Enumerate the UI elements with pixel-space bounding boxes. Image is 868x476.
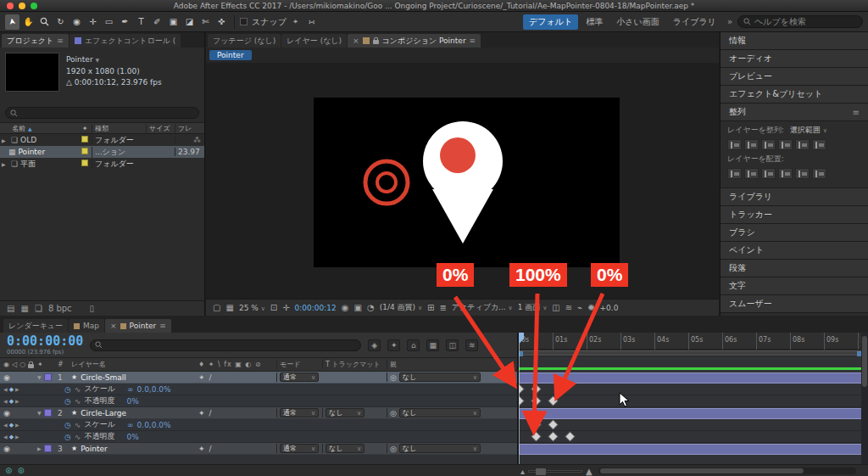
tab-footage[interactable]: フッテージ (なし) xyxy=(208,34,281,48)
panel-smoother[interactable]: スムーザー xyxy=(721,295,868,313)
new-folder-icon[interactable]: ▦ xyxy=(20,304,28,313)
zoom-out-icon[interactable]: ▴ xyxy=(520,467,525,476)
align-target-select[interactable]: 選択範囲 ∨ xyxy=(790,126,827,134)
pickwhip-icon[interactable]: ◎ xyxy=(390,445,397,453)
panel-menu-icon[interactable]: ≡ xyxy=(853,108,860,117)
viewer-timecode[interactable]: 0:00:00:12 xyxy=(295,304,337,312)
panel-paragraph[interactable]: 段落 xyxy=(721,260,868,277)
show-snapshot-icon[interactable]: ▣ xyxy=(353,303,361,312)
keyframe[interactable] xyxy=(566,433,575,441)
stopwatch-icon[interactable]: ◷ xyxy=(64,433,71,441)
monitor-icon[interactable]: ▢ xyxy=(213,303,220,312)
distribute-h-center-icon[interactable] xyxy=(795,168,810,179)
workspace-overflow-icon[interactable]: » xyxy=(724,17,736,26)
distribute-v-center-icon[interactable] xyxy=(744,168,759,179)
panel-library[interactable]: ライブラリ xyxy=(721,188,868,206)
lock-icon[interactable] xyxy=(373,40,379,44)
workspace-tab-default[interactable]: デフォルト xyxy=(523,14,578,30)
timeline-horizontal-scrollbar[interactable] xyxy=(598,468,856,474)
roto-brush-tool-icon[interactable]: ✄ xyxy=(198,14,213,30)
workspace-tab-library[interactable]: ライブラリ xyxy=(667,14,722,30)
layer-row-circle-small[interactable]: ◉ ▼ 1 ★Circle-Small ✦ / 通常∨ ◎なし∨ xyxy=(0,372,517,384)
keyframe-track-scale[interactable] xyxy=(519,419,861,431)
composition-canvas[interactable] xyxy=(314,98,620,267)
twirl-icon[interactable]: ▶ xyxy=(2,161,8,167)
panel-align[interactable]: 整列≡ xyxy=(721,104,868,121)
kf-diamond-icon[interactable]: ◆ xyxy=(9,398,14,405)
align-bottom-icon[interactable] xyxy=(812,139,826,150)
keyframe[interactable] xyxy=(532,421,541,429)
panel-preview[interactable]: プレビュー xyxy=(721,68,868,86)
new-composition-icon[interactable]: ❏ xyxy=(35,304,42,313)
keyframe-track-opacity[interactable] xyxy=(519,395,861,407)
region-of-interest-icon[interactable]: ⊞ xyxy=(427,303,434,312)
timeline-search-input[interactable] xyxy=(90,339,361,351)
zoom-window-button[interactable] xyxy=(31,3,37,9)
tab-render-queue[interactable]: レンダーキュー xyxy=(3,319,68,333)
close-window-button[interactable] xyxy=(7,3,14,9)
layer-color-swatch[interactable] xyxy=(44,409,52,417)
parent-select[interactable]: なし∨ xyxy=(399,444,481,453)
zoom-select[interactable]: 25 % ∨ xyxy=(239,304,265,312)
panel-audio[interactable]: オーディオ xyxy=(721,50,868,68)
keyframe[interactable] xyxy=(532,385,541,394)
keyframe[interactable] xyxy=(549,397,558,406)
stopwatch-icon[interactable]: ◷ xyxy=(64,421,71,429)
kf-next-icon[interactable]: ▶ xyxy=(15,422,19,428)
link-icon[interactable]: ∞ xyxy=(127,385,134,394)
snap-option2-icon[interactable]: ∺ xyxy=(304,14,319,30)
align-top-icon[interactable] xyxy=(778,139,793,150)
tab-composition-pointer[interactable]: × コンポジション Pointer ≡ xyxy=(348,34,481,48)
timeline-tracks[interactable]: 0s 01s 02s 03s 04s 05s 06s 07s 08s 09s 1… xyxy=(517,333,868,464)
pixel-aspect-icon[interactable]: ◫ xyxy=(552,303,559,312)
roi-icon[interactable]: ⊡ xyxy=(270,303,277,312)
blend-mode-select[interactable]: 通常∨ xyxy=(280,444,319,453)
exposure-icon[interactable]: ✺ xyxy=(587,303,594,312)
graph-editor-icon[interactable]: ≋ xyxy=(465,339,478,351)
align-left-icon[interactable] xyxy=(727,139,742,150)
panel-brushes[interactable]: ブラシ xyxy=(721,224,868,242)
zoom-tool-icon[interactable] xyxy=(37,14,52,30)
current-time-indicator-line[interactable] xyxy=(519,333,520,464)
chevron-down-icon[interactable]: ▼ xyxy=(95,57,99,63)
snap-checkbox[interactable] xyxy=(240,18,248,25)
eye-icon[interactable]: ◉ xyxy=(3,373,10,382)
blend-mode-select[interactable]: 通常∨ xyxy=(280,372,319,382)
camera-tool-icon[interactable]: ◉ xyxy=(70,14,84,30)
distribute-left-icon[interactable] xyxy=(778,168,793,179)
kf-prev-icon[interactable]: ◀ xyxy=(3,398,8,404)
frame-blend-icon[interactable]: ▦ xyxy=(426,339,439,351)
trash-icon[interactable]: ▯ xyxy=(90,304,95,313)
interpret-footage-icon[interactable]: ▤ xyxy=(7,304,14,313)
column-fps[interactable]: フレ xyxy=(175,124,204,133)
kf-next-icon[interactable]: ▶ xyxy=(15,398,19,404)
tab-effect-controls[interactable]: エフェクトコントロール ( xyxy=(70,34,181,48)
mini-flowchart-icon[interactable]: ⌁ xyxy=(577,303,582,312)
switches-column-header[interactable]: ♦ ✦ \ fx ▣ ◐ ⊘ xyxy=(198,361,276,368)
tab-layer[interactable]: レイヤー (なし) xyxy=(281,34,347,48)
fast-preview-icon[interactable]: ≋ xyxy=(565,303,572,312)
layer-switches[interactable]: ✦ / xyxy=(198,409,276,417)
project-row-pointer[interactable]: ▦Pointer ...ション 23.97 xyxy=(0,146,204,158)
rulers-icon[interactable]: ✛ xyxy=(282,303,289,312)
label-color-swatch[interactable] xyxy=(81,148,88,154)
pickwhip-icon[interactable]: ◎ xyxy=(390,373,397,382)
panel-menu-icon[interactable]: ≡ xyxy=(57,36,64,45)
twirl-icon[interactable]: ▶ xyxy=(2,137,8,143)
motion-blur-icon[interactable]: ◫ xyxy=(446,339,459,351)
label-color-swatch[interactable] xyxy=(81,160,88,166)
brush-tool-icon[interactable]: ✐ xyxy=(150,14,164,30)
opacity-value[interactable]: 0% xyxy=(126,397,138,406)
distribute-right-icon[interactable] xyxy=(812,168,826,179)
eye-icon[interactable]: ◉ xyxy=(3,445,10,453)
stopwatch-icon[interactable]: ◷ xyxy=(64,385,71,394)
kf-prev-icon[interactable]: ◀ xyxy=(3,422,8,428)
shape-tool-icon[interactable]: ▭ xyxy=(102,14,116,30)
comp-flowchart-icon[interactable]: ◈ xyxy=(368,339,381,351)
time-ruler[interactable]: 0s 01s 02s 03s 04s 05s 06s 07s 08s 09s 1… xyxy=(519,333,868,350)
label-color-swatch[interactable] xyxy=(81,136,88,143)
snapshot-icon[interactable]: ◉ xyxy=(342,303,349,312)
property-row-scale[interactable]: ◀◆▶ ◷∿スケール∞0.0,0.0% xyxy=(0,384,517,395)
exposure-value[interactable]: +0.0 xyxy=(600,304,619,312)
selection-tool-icon[interactable]: ➤ xyxy=(5,14,19,30)
